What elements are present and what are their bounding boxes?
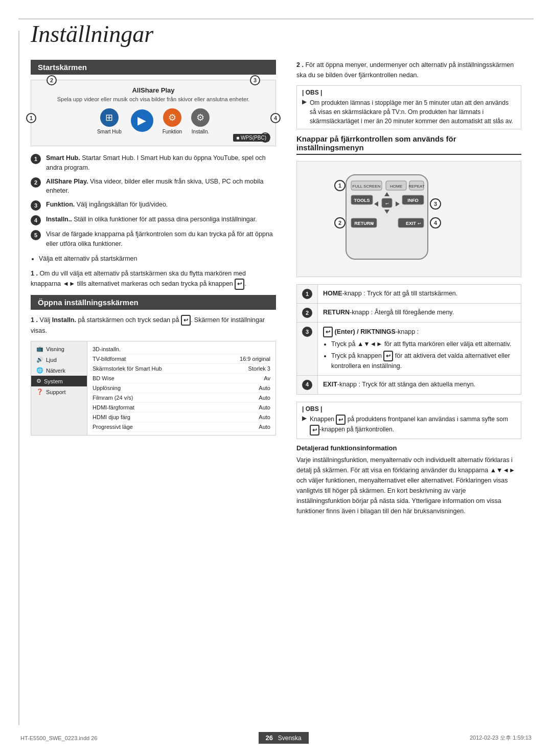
page-number-box: 26 Svenska [259, 732, 309, 744]
settings-row-3: Skärmstorlek för Smart Hub Storlek 3 [93, 364, 270, 374]
badge-5: 5 [31, 230, 41, 240]
remote-bullet-3-1: Tryck på ▲▼◄► för att flytta markören el… [331, 339, 516, 349]
natverk-icon: 🌐 [36, 367, 43, 374]
page-title: Inställningar [31, 20, 521, 48]
obs-bullet-2: ▶ Knappen ↩ på produktens frontpanel kan… [302, 415, 516, 436]
svg-text:↺: ↺ [371, 221, 374, 226]
num-item-4: 4 Installn.. Ställ in olika funktioner f… [31, 215, 276, 225]
row7-label: HDMI-färgformat [93, 404, 134, 410]
item4-bold: Installn.. [46, 216, 72, 223]
wps-badge: ■ WPS(PBC) [233, 134, 269, 142]
item3-text: Funktion. Välj ingångskällan för ljud/vi… [46, 200, 168, 210]
item1-bold: Smart Hub. [46, 154, 80, 162]
settings-main: 3D-installn. TV-bildformat 16:9 original… [87, 341, 275, 435]
remote-info-table: 1 HOME-knapp : Tryck för att gå till sta… [296, 284, 521, 395]
settings-layout: 📺 Visning 🔊 Ljud 🌐 Nätverk ⚙ System ❓ Su… [31, 341, 275, 435]
sidebar-natverk: 🌐 Nätverk [31, 365, 87, 376]
left-column: Startskärmen 1 2 3 4 AllShare Play Spela… [31, 60, 276, 521]
startscreen-num-list: 1 Smart Hub. Startar Smart Hub. I Smart … [31, 153, 276, 249]
row4-label: BD Wise [93, 375, 114, 381]
row8-value: Auto [259, 414, 270, 420]
remote-text-4: EXIT-knapp : Tryck för att stänga den ak… [318, 375, 521, 394]
obs-box-2: | OBS | ▶ Knappen ↩ på produktens frontp… [296, 402, 521, 439]
row2-label: TV-bildformat [93, 356, 126, 362]
allshare-sub: Spela upp videor eller musik och visa bi… [39, 96, 267, 102]
obs-text-2: Knappen ↩ på produktens frontpanel kan a… [310, 415, 516, 436]
enter-icon-2: ↩ [181, 315, 191, 326]
enter-icon-obs: ↩ [336, 415, 346, 425]
step2-intro: 2 . För att öppna menyer, undermenyer oc… [296, 60, 521, 80]
obs-label-1: | OBS | [302, 89, 516, 96]
step1-num: 1 . [31, 270, 38, 277]
settings-row-9: Progressivt läge Auto [93, 422, 270, 432]
row8-label: HDMI djup färg [93, 414, 130, 420]
svg-text:2: 2 [338, 220, 341, 226]
installn-label: Installn. [192, 129, 209, 134]
settings-row-5: Upplösning Auto [93, 383, 270, 393]
icon-installn: ⚙ Installn. [191, 108, 210, 134]
icon-play: ▶ [131, 109, 153, 134]
row5-value: Auto [259, 385, 270, 391]
smarthub-label: Smart Hub [97, 129, 122, 134]
page-footer: HT-E5500_SWE_0223.indd 26 26 Svenska 201… [0, 732, 552, 744]
remote-label-3: (Enter) / RIKTNINGS [334, 328, 395, 335]
svg-text:REPEAT: REPEAT [408, 184, 425, 189]
remote-svg: FULL SCREEN HOME REPEAT TOOLS ↩ [305, 170, 469, 267]
obs-box-1: | OBS | ▶ Om produkten lämnas i stoppläg… [296, 85, 521, 129]
badge-pos-4: 4 [270, 113, 281, 123]
remote-label-4: EXIT [323, 381, 337, 388]
ljud-icon: 🔊 [36, 356, 43, 363]
left-border [18, 31, 19, 725]
sidebar-support: ❓ Support [31, 386, 87, 397]
remote-text-1: HOME-knapp : Tryck för att gå till start… [318, 285, 521, 304]
badge-pos-3: 3 [250, 75, 260, 85]
smarthub-icon: ⊞ [100, 108, 119, 127]
badge-pos-1: 1 [26, 113, 36, 123]
item2-text: AllShare Play. Visa videor, bilder eller… [46, 177, 276, 196]
settings-row-8: HDMI djup färg Auto [93, 413, 270, 422]
step1-text: 1 . Om du vill välja ett alternativ på s… [31, 268, 276, 290]
item3-rest: Välj ingångskällan för ljud/video. [75, 201, 168, 208]
row9-label: Progressivt läge [93, 424, 133, 430]
item3-bold: Funktion. [46, 201, 75, 208]
row1-label: 3D-installn. [93, 346, 121, 352]
item4-rest: Ställ in olika funktioner för att passa … [72, 216, 257, 223]
remote-badge-3: 3 [297, 323, 318, 376]
row2-value: 16:9 original [240, 356, 270, 362]
icon-smarthub: ⊞ Smart Hub [97, 108, 122, 134]
detail-heading: Detaljerad funktionsinformation [296, 444, 521, 452]
remote-badge-1: 1 [297, 285, 318, 304]
svg-text:EXIT: EXIT [406, 221, 417, 226]
settings-row-6: Filmram (24 v/s) Auto [93, 393, 270, 403]
funktion-label: Funktion [163, 129, 182, 134]
footer-right: 2012-02-23 오후 1:59:13 [470, 734, 532, 742]
step2-intro-body: För att öppna menyer, undermenyer och al… [296, 61, 514, 79]
badge-r2: 2 [302, 308, 312, 318]
item4-text: Installn.. Ställ in olika funktioner för… [46, 215, 257, 224]
bullet-item-1: Välja ett alternativ på startskärmen [39, 254, 276, 264]
svg-text:FULL SCREEN: FULL SCREEN [353, 184, 381, 189]
obs-arrow-2: ▶ [302, 415, 307, 422]
enter-icon-obs2: ↩ [310, 425, 319, 436]
badge-3: 3 [31, 200, 41, 211]
step2-intro-num: 2 . [296, 61, 304, 68]
remote-desc-2: -knapp : Återgå till föregående meny. [350, 309, 454, 316]
remote-label-1: HOME [323, 290, 342, 297]
svg-text:HOME: HOME [390, 184, 402, 189]
visning-icon: 📺 [36, 346, 43, 352]
icon-funktion: ⚙ Funktion [163, 108, 182, 134]
sidebar-system: ⚙ System [31, 376, 87, 386]
badge-r4: 4 [302, 380, 312, 390]
sub-heading: Knappar på fjärrkontrollen som används f… [296, 134, 521, 155]
support-icon: ❓ [36, 388, 43, 395]
num-item-2: 2 AllShare Play. Visa videor, bilder ell… [31, 177, 276, 196]
remote-info-row-3: 3 ↩ (Enter) / RIKTNINGS-knapp : Tryck på… [297, 323, 521, 376]
item1-text: Smart Hub. Startar Smart Hub. I Smart Hu… [46, 153, 276, 173]
badge-r1: 1 [302, 289, 312, 299]
detail-text: Varje inställningsfunktion, menyalternat… [296, 455, 521, 516]
remote-desc-4: -knapp : Tryck för att stänga den aktuel… [337, 381, 475, 388]
sidebar-visning: 📺 Visning [31, 343, 87, 354]
remote-desc-1: -knapp : Tryck för att gå till startskär… [342, 290, 458, 297]
step2-installn: Installn. [52, 316, 76, 324]
num-item-1: 1 Smart Hub. Startar Smart Hub. I Smart … [31, 153, 276, 173]
